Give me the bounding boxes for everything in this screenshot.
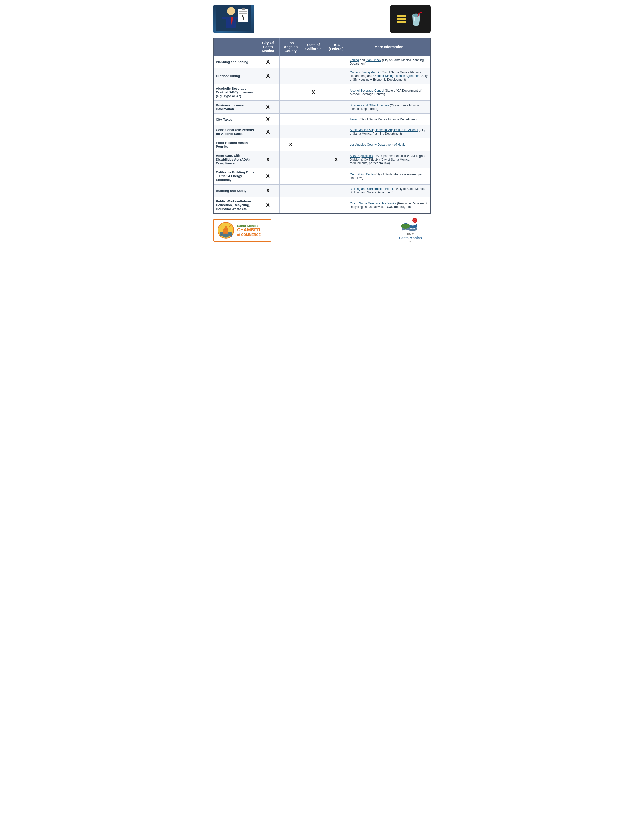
- cell-city-5: X: [257, 125, 279, 138]
- santa-monica-label: Santa Monica: [399, 235, 422, 240]
- checklist-icon: ✓ ✓: [216, 5, 251, 33]
- x-mark-city-7: X: [266, 156, 270, 162]
- cell-state-3: [302, 101, 325, 114]
- col-header-county: Los AngelesCounty: [279, 38, 302, 56]
- info-link-6[interactable]: Los Angeles County Department of Health: [350, 143, 406, 146]
- cell-state-6: [302, 138, 325, 151]
- cell-city-1: X: [257, 68, 279, 84]
- cell-county-2: [279, 84, 302, 101]
- cell-federal-3: [325, 101, 348, 114]
- table-row: Americans with Disabilities Act (ADA) Co…: [214, 151, 430, 168]
- cell-info-4: Taxes (City of Santa Monica Finance Depa…: [348, 114, 430, 125]
- cell-county-0: [279, 56, 302, 68]
- cell-federal-9: [325, 185, 348, 197]
- info-link-9[interactable]: Building and Construction Permits: [350, 187, 396, 191]
- cell-topic-5: Conditional Use Permits for Alcohol Sale…: [214, 125, 257, 138]
- info-link-5[interactable]: Santa Monica Supplemental Application fo…: [350, 128, 418, 132]
- info-text-4: (City of Santa Monica Finance Department…: [357, 117, 417, 121]
- table-header-row: City Of SantaMonica Los AngelesCounty St…: [214, 38, 430, 56]
- info-text-0: and: [359, 58, 366, 62]
- svg-rect-4: [222, 17, 227, 19]
- svg-text:✓: ✓: [240, 12, 241, 14]
- cell-info-7: ADA Regulations (US Department of Justic…: [348, 151, 430, 168]
- permits-table: City Of SantaMonica Los AngelesCounty St…: [213, 38, 431, 214]
- cell-county-1: [279, 68, 302, 84]
- chamber-logo-block: Santa Monica CHAMBER of COMMERCE: [213, 219, 272, 241]
- city-of-label: City of: [399, 233, 422, 236]
- cell-city-6: [257, 138, 279, 151]
- cell-city-8: X: [257, 168, 279, 185]
- cell-federal-0: [325, 56, 348, 68]
- info-link-0[interactable]: Zoning: [350, 58, 359, 62]
- svg-rect-13: [242, 8, 245, 10]
- chamber-of-commerce-line: of COMMERCE: [237, 233, 261, 236]
- svg-rect-24: [224, 228, 227, 230]
- col-header-info: More Information: [348, 38, 430, 56]
- x-mark-city-1: X: [266, 73, 270, 79]
- table-row: Food-Related Health PermitsXLos Angeles …: [214, 138, 430, 151]
- city-text: City of Santa Monica ®: [399, 233, 422, 243]
- cell-topic-1: Outdoor Dining: [214, 68, 257, 84]
- info-link-10[interactable]: City of Santa Monica Public Works: [350, 202, 396, 205]
- svg-rect-2: [226, 17, 236, 28]
- cell-state-8: [302, 168, 325, 185]
- info-link-4[interactable]: Taxes: [350, 117, 357, 121]
- info-link-7[interactable]: ADA Regulations: [350, 154, 373, 158]
- svg-point-29: [401, 224, 410, 229]
- cell-topic-9: Building and Safety: [214, 185, 257, 197]
- info-link-1[interactable]: Outdoor Dining License Agreement: [373, 74, 420, 78]
- info-link-2[interactable]: Alcohol Beverage Control: [350, 89, 384, 92]
- cell-county-4: [279, 114, 302, 125]
- chamber-sm-line: Santa Monica: [237, 224, 261, 228]
- info-link-8[interactable]: CA Building Code: [350, 173, 374, 176]
- cell-federal-5: [325, 125, 348, 138]
- burger-line-2: [397, 18, 406, 20]
- cell-info-2: Alcohol Beverage Control (State of CA De…: [348, 84, 430, 101]
- svg-point-1: [227, 7, 235, 15]
- x-mark-city-0: X: [266, 59, 270, 65]
- cell-city-2: [257, 84, 279, 101]
- info-link-1[interactable]: Outdoor Dining Permit: [350, 71, 380, 74]
- info-link-0[interactable]: Plan Check: [366, 58, 381, 62]
- col-header-city: City Of SantaMonica: [257, 38, 279, 56]
- cell-city-10: X: [257, 197, 279, 214]
- cell-info-3: Business and Other Licenses (City of San…: [348, 101, 430, 114]
- col-header-state: State ofCalifornia: [302, 38, 325, 56]
- drink-icon: 🥤: [408, 11, 424, 26]
- svg-rect-23: [223, 229, 228, 234]
- city-logo-block: City of Santa Monica ®: [390, 219, 431, 241]
- table-row: Outdoor DiningXOutdoor Dining Permit (Ci…: [214, 68, 430, 84]
- cell-state-0: [302, 56, 325, 68]
- burger-line-3: [397, 21, 406, 23]
- x-mark-county-6: X: [289, 142, 293, 148]
- cell-topic-3: Business License Information: [214, 101, 257, 114]
- page-footer: Santa Monica CHAMBER of COMMERCE City of…: [213, 219, 431, 241]
- cell-info-1: Outdoor Dining Permit (City of Santa Mon…: [348, 68, 430, 84]
- svg-rect-25: [225, 227, 227, 228]
- cell-county-8: [279, 168, 302, 185]
- x-mark-city-5: X: [266, 129, 270, 135]
- cell-state-4: [302, 114, 325, 125]
- cell-topic-0: Planning and Zoning: [214, 56, 257, 68]
- table-row: Business License InformationXBusiness an…: [214, 101, 430, 114]
- x-mark-city-10: X: [266, 202, 270, 208]
- cell-federal-4: [325, 114, 348, 125]
- table-row: Planning and ZoningXZoning and Plan Chec…: [214, 56, 430, 68]
- info-link-3[interactable]: Business and Other Licenses: [350, 103, 389, 107]
- table-row: Building and SafetyXBuilding and Constru…: [214, 185, 430, 197]
- cell-federal-8: [325, 168, 348, 185]
- cell-county-5: [279, 125, 302, 138]
- cell-state-10: [302, 197, 325, 214]
- x-mark-city-4: X: [266, 116, 270, 122]
- cell-info-9: Building and Construction Permits (City …: [348, 185, 430, 197]
- cell-city-4: X: [257, 114, 279, 125]
- cell-federal-10: [325, 197, 348, 214]
- table-row: Alcoholic Beverage Control (ABC) License…: [214, 84, 430, 101]
- cell-federal-2: [325, 84, 348, 101]
- x-mark-city-3: X: [266, 104, 270, 110]
- cell-county-7: [279, 151, 302, 168]
- cell-city-9: X: [257, 185, 279, 197]
- cell-topic-2: Alcoholic Beverage Control (ABC) License…: [214, 84, 257, 101]
- cell-county-6: X: [279, 138, 302, 151]
- col-header-federal: USA(Federal): [325, 38, 348, 56]
